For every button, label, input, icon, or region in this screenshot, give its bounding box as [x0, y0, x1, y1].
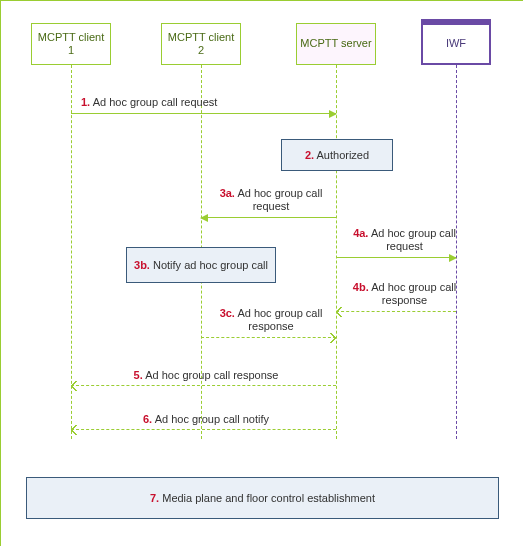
msg-text: Ad hoc group call notify	[155, 413, 269, 425]
participant-mcptt-client-2: MCPTT client 2	[161, 23, 241, 65]
arrow-5	[71, 385, 336, 386]
msg-text: Ad hoc group call response	[371, 281, 456, 306]
msg-label-4a: 4a. Ad hoc group call request	[347, 227, 462, 253]
msg-text: Ad hoc group call request	[93, 96, 218, 108]
participant-iwf: IWF	[421, 23, 491, 65]
msg-label-6: 6. Ad hoc group call notify	[81, 413, 331, 426]
msg-num: 3c.	[220, 307, 235, 319]
msg-text: Ad hoc group call response	[237, 307, 322, 332]
msg-label-4b: 4b. Ad hoc group call response	[347, 281, 462, 307]
msg-num: 6.	[143, 413, 152, 425]
step-2-authorized: 2. Authorized	[281, 139, 393, 171]
arrow-4b	[336, 311, 456, 312]
msg-num: 4b.	[353, 281, 369, 293]
arrow-6	[71, 429, 336, 430]
msg-text: Ad hoc group call response	[145, 369, 278, 381]
participant-label: IWF	[446, 37, 466, 50]
msg-num: 2.	[305, 149, 314, 161]
msg-num: 1.	[81, 96, 90, 108]
participant-label: MCPTT client 1	[34, 31, 108, 57]
lifeline-server	[336, 65, 337, 439]
step-7-media: 7. Media plane and floor control establi…	[26, 477, 499, 519]
arrow-3a	[201, 217, 336, 218]
participant-mcptt-server: MCPTT server	[296, 23, 376, 65]
participant-label: MCPTT server	[300, 37, 371, 50]
participant-label: MCPTT client 2	[164, 31, 238, 57]
msg-text: Authorized	[317, 149, 370, 161]
msg-text: Ad hoc group call request	[237, 187, 322, 212]
arrow-3c	[201, 337, 336, 338]
msg-num: 3a.	[220, 187, 235, 199]
msg-label-5: 5. Ad hoc group call response	[81, 369, 331, 382]
iwf-accent	[421, 19, 491, 23]
msg-num: 3b.	[134, 259, 150, 271]
msg-label-3a: 3a. Ad hoc group call request	[211, 187, 331, 213]
msg-text: Media plane and floor control establishm…	[162, 492, 375, 504]
arrow-4a	[336, 257, 456, 258]
msg-label-1: 1. Ad hoc group call request	[81, 96, 331, 109]
msg-text: Ad hoc group call request	[371, 227, 456, 252]
msg-num: 7.	[150, 492, 159, 504]
sequence-diagram: MCPTT client 1 MCPTT client 2 MCPTT serv…	[0, 0, 523, 546]
participant-mcptt-client-1: MCPTT client 1	[31, 23, 111, 65]
msg-label-3c: 3c. Ad hoc group call response	[211, 307, 331, 333]
msg-num: 5.	[134, 369, 143, 381]
msg-text: Notify ad hoc group call	[153, 259, 268, 271]
arrow-1	[71, 113, 336, 114]
step-3b-notify: 3b. Notify ad hoc group call	[126, 247, 276, 283]
msg-num: 4a.	[353, 227, 368, 239]
